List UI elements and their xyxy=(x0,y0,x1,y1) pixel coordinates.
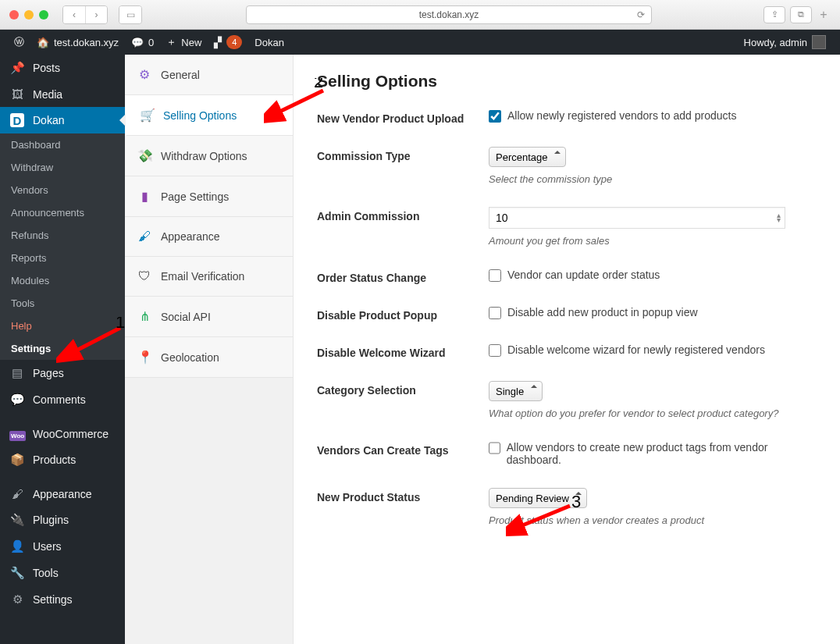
field-label: Order Status Change xyxy=(317,269,489,284)
submenu-item-settings[interactable]: Settings xyxy=(0,337,125,360)
order-status-checkbox[interactable]: Vendor can update order status xyxy=(489,269,801,282)
tab-appearance[interactable]: 🖌Appearance xyxy=(125,217,293,257)
sidebar-item-appearance[interactable]: 🖌Appearance xyxy=(0,481,125,507)
sidebar-item-dokan[interactable]: DDokan xyxy=(0,107,125,133)
select-input[interactable]: Percentage xyxy=(489,147,566,167)
field-desc: Select the commission type xyxy=(489,173,817,185)
tab-page-settings[interactable]: ▮Page Settings xyxy=(125,176,293,217)
sidebar-item-users[interactable]: 👤Users xyxy=(0,533,125,560)
sidebar-item-posts[interactable]: 📌Posts xyxy=(0,55,125,81)
share-icon[interactable]: ⇪ xyxy=(763,6,785,23)
sidebar-item-products[interactable]: 📦Products xyxy=(0,447,125,473)
checkbox-input[interactable] xyxy=(489,442,500,454)
tab-social-api[interactable]: ⋔Social API xyxy=(125,297,293,337)
tab-email-verification[interactable]: 🛡Email Verification xyxy=(125,257,293,297)
browser-right-buttons: ⇪ ⧉ + xyxy=(763,6,831,23)
disable-popup-checkbox[interactable]: Disable add new product in popup view xyxy=(489,306,801,319)
sidebar-item-tools[interactable]: 🔧Tools xyxy=(0,560,125,586)
tab-label: Page Settings xyxy=(161,190,229,203)
select-input[interactable]: Pending Review xyxy=(489,488,587,508)
new-link[interactable]: ＋New xyxy=(160,30,208,55)
submenu-item-help[interactable]: Help xyxy=(0,315,125,337)
sidebar-item-label: Appearance xyxy=(33,488,92,500)
disable-wizard-checkbox[interactable]: Disable welcome wizard for newly registe… xyxy=(489,343,801,357)
social-api-icon: ⋔ xyxy=(137,309,151,324)
sidebar-toggle-icon[interactable]: ▭ xyxy=(119,6,141,23)
dokan-notif[interactable]: ▞4 xyxy=(208,30,248,55)
field-label: Category Selection xyxy=(317,381,489,397)
wp-logo[interactable]: ⓦ xyxy=(8,30,30,55)
sidebar-item-pages[interactable]: ▤Pages xyxy=(0,360,125,386)
category-select[interactable]: Single xyxy=(489,381,543,401)
tab-withdraw-options[interactable]: 💸Withdraw Options xyxy=(125,136,293,176)
field-label: Vendors Can Create Tags xyxy=(317,441,489,457)
submenu-item-withdraw[interactable]: Withdraw xyxy=(0,156,125,179)
general-icon: ⚙ xyxy=(137,67,151,82)
back-button[interactable]: ‹ xyxy=(63,6,85,23)
media-icon: 🖼 xyxy=(9,87,25,101)
submenu-item-dashboard[interactable]: Dashboard xyxy=(0,133,125,156)
geolocation-icon: 📍 xyxy=(137,350,151,365)
sidebar-item-label: WooCommerce xyxy=(33,428,109,440)
submenu-item-announcements[interactable]: Announcements xyxy=(0,201,125,224)
checkbox-input[interactable] xyxy=(489,269,501,282)
maximize-window-icon[interactable] xyxy=(39,10,48,20)
submenu-item-reports[interactable]: Reports xyxy=(0,247,125,269)
sidebar-item-label: Posts xyxy=(33,62,60,74)
tools-icon: 🔧 xyxy=(9,566,25,580)
appearance-icon: 🖌 xyxy=(9,487,25,500)
submenu-item-tools[interactable]: Tools xyxy=(0,292,125,315)
tab-general[interactable]: ⚙General xyxy=(125,55,293,95)
plus-icon: ＋ xyxy=(166,35,176,49)
new-status-select[interactable]: Pending Review xyxy=(489,488,587,508)
sidebar-item-label: Media xyxy=(33,88,62,101)
submenu-item-modules[interactable]: Modules xyxy=(0,269,125,292)
commission-type-select[interactable]: Percentage xyxy=(489,147,566,167)
minimize-window-icon[interactable] xyxy=(24,10,34,20)
select-input[interactable]: Single xyxy=(489,381,543,401)
admin-commission-input[interactable]: ▴▾ xyxy=(489,207,785,229)
admin-sidebar: 📌Posts🖼MediaDDokanDashboardWithdrawVendo… xyxy=(0,55,125,644)
sidebar-toggle-group: ▭ xyxy=(119,5,142,24)
tabs-icon[interactable]: ⧉ xyxy=(790,6,812,23)
submenu-item-refunds[interactable]: Refunds xyxy=(0,224,125,247)
spinner-icon[interactable]: ▴▾ xyxy=(777,213,781,222)
nav-buttons: ‹ › xyxy=(62,5,108,24)
site-link[interactable]: 🏠test.dokan.xyz xyxy=(30,30,125,55)
products-icon: 📦 xyxy=(9,453,25,467)
settings-icon: ⚙ xyxy=(9,592,25,607)
sidebar-item-media[interactable]: 🖼Media xyxy=(0,81,125,107)
tab-label: Appearance xyxy=(161,230,220,243)
field-label: Commission Type xyxy=(317,147,489,162)
tab-selling-options[interactable]: 🛒Selling Options xyxy=(125,95,293,136)
users-icon: 👤 xyxy=(9,539,25,553)
vendor-upload-checkbox[interactable]: Allow newly registered vendors to add pr… xyxy=(489,109,801,123)
sidebar-item-comments[interactable]: 💬Comments xyxy=(0,386,125,413)
wp-admin-bar: ⓦ 🏠test.dokan.xyz 💬0 ＋New ▞4 Dokan Howdy… xyxy=(0,30,840,55)
forward-button[interactable]: › xyxy=(85,6,107,23)
howdy-link[interactable]: Howdy, admin xyxy=(738,35,832,49)
dokan-icon: D xyxy=(9,113,25,127)
content-area: Selling Options New Vendor Product Uploa… xyxy=(294,55,840,644)
checkbox-input[interactable] xyxy=(489,344,501,357)
dokan-brand[interactable]: Dokan xyxy=(248,30,290,55)
sidebar-item-label: Products xyxy=(33,454,76,466)
reload-icon[interactable]: ⟳ xyxy=(637,9,645,20)
number-input[interactable] xyxy=(489,207,785,229)
sidebar-item-plugins[interactable]: 🔌Plugins xyxy=(0,507,125,533)
sidebar-item-label: Plugins xyxy=(33,514,69,526)
create-tags-checkbox[interactable]: Allow vendors to create new product tags… xyxy=(489,441,801,466)
sidebar-item-woocommerce[interactable]: WooWooCommerce xyxy=(0,421,125,447)
checkbox-input[interactable] xyxy=(489,307,501,319)
sidebar-item-settings[interactable]: ⚙Settings xyxy=(0,586,125,613)
url-bar[interactable]: test.dokan.xyz ⟳ xyxy=(246,5,652,24)
field-desc: Product status when a vendor creates a p… xyxy=(489,514,817,526)
comments-link[interactable]: 💬0 xyxy=(125,30,160,55)
url-text: test.dokan.xyz xyxy=(419,9,479,20)
checkbox-input[interactable] xyxy=(489,110,501,123)
submenu-item-vendors[interactable]: Vendors xyxy=(0,179,125,201)
window-controls xyxy=(9,10,48,20)
new-tab-icon[interactable]: + xyxy=(817,6,831,23)
tab-geolocation[interactable]: 📍Geolocation xyxy=(125,337,293,378)
close-window-icon[interactable] xyxy=(9,10,19,20)
